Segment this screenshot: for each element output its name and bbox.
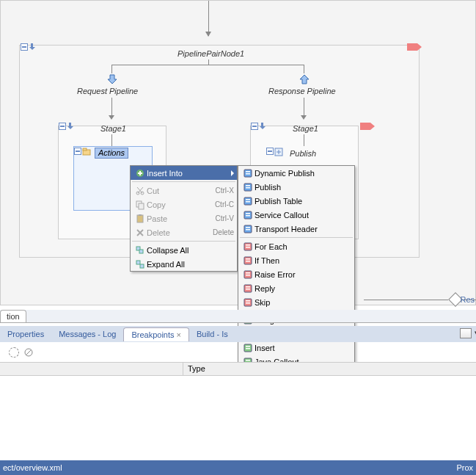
menu-cut[interactable]: Cut Ctrl-X <box>131 184 237 197</box>
stage-left-label: Stage1 <box>100 124 126 133</box>
menu-insert-into[interactable]: Insert Into <box>131 166 237 180</box>
status-right: Prox <box>456 463 473 472</box>
if-then-icon <box>241 255 255 266</box>
submenu-transport-header[interactable]: Transport Header <box>238 222 354 236</box>
breakpoints-toolbar <box>0 342 476 363</box>
slider-track <box>364 300 448 300</box>
publish-icon <box>274 148 283 156</box>
delete-icon <box>133 228 147 238</box>
menu-paste[interactable]: Paste Ctrl-V <box>131 211 237 225</box>
editor-subtabs: tion <box>0 310 476 323</box>
col-blank[interactable] <box>0 363 183 375</box>
tab-tion[interactable]: tion <box>0 310 26 322</box>
svg-rect-28 <box>246 229 250 231</box>
submenu-for-each[interactable]: For Each <box>238 239 354 253</box>
submenu-label: For Each <box>255 242 351 251</box>
menu-accel: Ctrl-X <box>215 186 234 195</box>
publish-label: Publish <box>290 149 316 158</box>
svg-rect-12 <box>136 261 140 264</box>
view-menu-button[interactable] <box>460 328 472 338</box>
tab-properties[interactable]: Properties <box>0 327 51 341</box>
submenu-if-then[interactable]: If Then <box>238 253 354 267</box>
menu-copy[interactable]: Copy Ctrl-C <box>131 197 237 211</box>
service-callout-icon <box>241 210 255 220</box>
minus-icon <box>251 123 258 130</box>
paste-icon <box>133 214 147 224</box>
menu-label: Insert Into <box>147 169 228 178</box>
svg-rect-15 <box>246 171 250 173</box>
submenu-label: Transport Header <box>255 225 351 233</box>
tab-breakpoints[interactable]: Breakpoints× <box>123 327 189 341</box>
menu-label: Cut <box>147 186 215 195</box>
menu-delete[interactable]: Delete Delete <box>131 225 237 239</box>
tab-build[interactable]: Build - Is <box>189 327 235 341</box>
menu-accel: Ctrl-C <box>215 200 234 209</box>
svg-rect-36 <box>246 272 250 274</box>
menu-separator <box>132 241 235 242</box>
svg-rect-24 <box>246 213 250 214</box>
request-arrow-down-icon <box>107 74 117 84</box>
submenu-raise-error[interactable]: Raise Error <box>238 267 354 281</box>
actions-label-selected[interactable]: Actions <box>95 148 128 159</box>
minus-icon <box>59 123 66 130</box>
connector-line <box>304 65 304 73</box>
skip-icon <box>241 297 255 308</box>
stage-collapse-toggle[interactable] <box>251 123 266 130</box>
svg-rect-13 <box>140 264 144 268</box>
connector-line <box>304 134 304 146</box>
no-breakpoint-icon[interactable] <box>9 347 19 358</box>
svg-rect-25 <box>246 215 250 217</box>
col-type[interactable]: Type <box>183 363 476 375</box>
close-icon[interactable]: × <box>177 330 181 339</box>
minus-icon <box>21 43 28 51</box>
for-each-icon <box>241 242 255 252</box>
menu-accel: Delete <box>213 228 234 236</box>
tab-messages-log[interactable]: Messages - Log <box>51 327 123 341</box>
menu-collapse-all[interactable]: Collapse All <box>131 243 237 257</box>
actions-collapse-toggle[interactable] <box>74 148 91 156</box>
pairnode-collapse-toggle[interactable] <box>21 43 36 51</box>
folder-icon <box>82 148 91 156</box>
arrow-down-icon <box>205 32 211 37</box>
submenu-publish[interactable]: Publish <box>238 180 354 194</box>
publish-collapse-toggle[interactable] <box>266 148 283 156</box>
submenu-dynamic-publish[interactable]: Dynamic Publish <box>238 166 354 180</box>
breakpoint-marker-icon[interactable] <box>407 43 423 52</box>
slash-circle-icon[interactable] <box>23 347 34 358</box>
copy-icon <box>133 200 147 210</box>
submenu-reply[interactable]: Reply <box>238 281 354 295</box>
request-pipeline-label: Request Pipeline <box>77 87 138 95</box>
submenu-label: Publish Table <box>255 197 351 206</box>
submenu-skip[interactable]: Skip <box>238 295 354 309</box>
svg-rect-43 <box>246 302 250 304</box>
menu-label: Collapse All <box>147 246 234 255</box>
submenu-label: Dynamic Publish <box>255 169 351 178</box>
menu-label: Copy <box>147 200 215 209</box>
reset-link[interactable]: Res <box>460 295 475 304</box>
insert-into-icon <box>133 168 147 178</box>
arrow-down-icon <box>67 123 74 130</box>
submenu-label: Service Callout <box>255 211 351 220</box>
menu-accel: Ctrl-V <box>215 214 234 222</box>
submenu-service-callout[interactable]: Service Callout <box>238 208 354 222</box>
pairnode-title: PipelinePairNode1 <box>177 49 244 58</box>
svg-rect-27 <box>246 227 250 228</box>
status-path: ect/overview.xml <box>3 463 62 472</box>
menu-separator <box>240 237 353 238</box>
response-arrow-up-icon <box>299 74 310 84</box>
stage-collapse-toggle[interactable] <box>59 123 74 130</box>
svg-rect-18 <box>246 185 250 186</box>
submenu-label: Reply <box>255 284 351 293</box>
stage-right-label: Stage1 <box>293 124 318 133</box>
views-tabbar: Properties Messages - Log Breakpoints× B… <box>0 326 476 342</box>
breakpoints-table-body[interactable] <box>0 376 476 460</box>
minus-icon <box>74 148 81 155</box>
menu-expand-all[interactable]: Expand All <box>131 257 237 271</box>
submenu-arrow-icon <box>231 170 234 176</box>
submenu-label: Publish <box>255 183 351 192</box>
submenu-publish-table[interactable]: Publish Table <box>238 194 354 208</box>
expand-all-icon <box>133 259 147 269</box>
context-menu: Insert Into Cut Ctrl-X Copy Ctrl-C Paste… <box>130 165 238 272</box>
breakpoint-marker-icon[interactable] <box>360 123 376 131</box>
menu-separator <box>132 181 235 182</box>
